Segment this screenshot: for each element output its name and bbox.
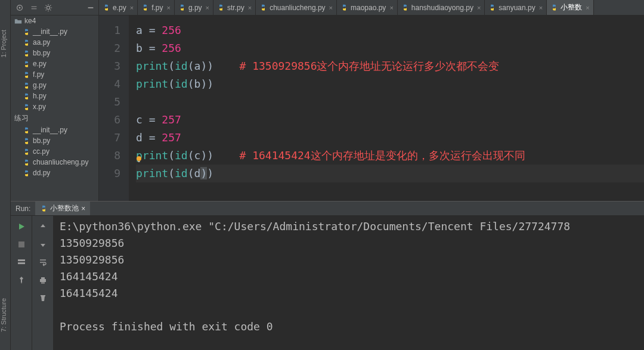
tree-file-item[interactable]: x.py [11, 101, 98, 112]
python-file-icon [23, 92, 30, 100]
close-icon[interactable]: × [477, 4, 481, 11]
line-number: 3 [99, 57, 120, 75]
layout-icon[interactable] [17, 258, 26, 267]
tree-file-item[interactable]: bb.py [11, 48, 98, 58]
pin-icon[interactable] [17, 275, 26, 285]
code-editor[interactable]: 123456789 a = 256 b = 256 print(id(a)) #… [99, 16, 644, 201]
close-icon[interactable]: × [206, 4, 209, 11]
tree-folder[interactable]: 练习 [11, 112, 98, 125]
close-icon[interactable]: × [329, 4, 333, 11]
top-toolbar-row: e.py×f.py×g.py×str.py×chuanliucheng.py×m… [11, 0, 644, 16]
tree-file-item[interactable]: chuanliucheng.py [11, 157, 98, 168]
run-config-label: 小整数池 [50, 203, 79, 213]
python-file-icon [141, 4, 149, 11]
svg-rect-11 [41, 282, 45, 284]
clear-icon[interactable] [38, 293, 48, 303]
tree-folder[interactable]: ke4 [11, 16, 98, 26]
python-file-icon [23, 148, 30, 156]
tab-label: str.py [227, 4, 244, 12]
tree-file-label: bb.py [33, 49, 50, 57]
intention-bulb-icon[interactable] [135, 151, 143, 159]
editor-tab[interactable]: f.py× [138, 0, 175, 15]
tab-label: maopao.py [351, 4, 386, 12]
console-line: 164145424 [60, 268, 644, 285]
tree-file-label: e.py [33, 60, 47, 68]
project-tree-toolbar [11, 0, 99, 15]
tab-label: e.py [113, 4, 126, 12]
console-line: 1350929856 [60, 235, 644, 252]
tree-file-item[interactable]: e.py [11, 58, 98, 69]
console-line [60, 302, 644, 318]
select-opened-file-icon[interactable] [16, 4, 24, 12]
tree-file-label: bb.py [33, 137, 50, 145]
console-line: 164145424 [60, 285, 644, 302]
print-icon[interactable] [38, 275, 48, 285]
tree-file-item[interactable]: dd.py [11, 168, 98, 178]
project-tree[interactable]: ke4 __init__.pyaa.pybb.pye.pyf.pyg.pyh.p… [11, 16, 99, 201]
console-line: 1350929856 [60, 252, 644, 268]
line-number: 7 [99, 129, 120, 147]
svg-rect-12 [41, 295, 45, 296]
tree-file-item[interactable]: f.py [11, 69, 98, 80]
close-icon[interactable]: × [166, 4, 170, 11]
project-tab-vertical[interactable]: 1: Project [0, 30, 7, 57]
close-icon[interactable]: × [81, 205, 85, 213]
python-file-icon [23, 126, 30, 134]
tab-label: g.py [188, 4, 202, 12]
tree-file-item[interactable]: aa.py [11, 37, 98, 48]
rerun-icon[interactable] [17, 222, 26, 231]
tree-file-item[interactable]: g.py [11, 80, 98, 91]
editor-tab[interactable]: sanyuan.py× [485, 0, 547, 15]
tree-file-label: g.py [33, 81, 47, 89]
console-output[interactable]: E:\python36\python.exe "C:/Users/Adminis… [54, 216, 644, 350]
python-file-icon [23, 103, 30, 111]
tree-file-item[interactable]: h.py [11, 91, 98, 101]
hide-icon[interactable] [86, 4, 95, 12]
structure-tab-vertical[interactable]: 7: Structure [0, 298, 7, 332]
tree-file-label: x.py [33, 103, 46, 111]
console-line: Process finished with exit code 0 [60, 318, 644, 335]
code-line: print(id(c)) # 164145424这个内存地址是变化的，多次运行会… [136, 147, 644, 165]
code-line: c = 257 [136, 111, 644, 129]
up-icon[interactable] [38, 222, 48, 231]
tree-file-item[interactable]: cc.py [11, 146, 98, 157]
close-icon[interactable]: × [248, 4, 252, 11]
line-number: 8 [99, 147, 120, 165]
editor-tab[interactable]: str.py× [213, 0, 256, 15]
code-line [136, 93, 644, 111]
stop-icon[interactable] [17, 240, 26, 249]
run-config-tab[interactable]: 小整数池 × [35, 202, 90, 215]
editor-tab[interactable]: chuanliucheng.py× [256, 0, 337, 15]
tree-file-item[interactable]: bb.py [11, 135, 98, 146]
python-file-icon [23, 60, 30, 68]
line-number: 4 [99, 75, 120, 93]
down-icon[interactable] [38, 240, 48, 249]
svg-point-2 [47, 6, 49, 9]
editor-tab[interactable]: e.py× [99, 0, 138, 15]
tree-file-label: __init__.py [33, 126, 67, 134]
code-line: print(id(d)) [136, 165, 644, 182]
code-area[interactable]: a = 256 b = 256 print(id(a)) # 135092985… [129, 16, 644, 201]
close-icon[interactable]: × [130, 4, 134, 11]
editor-tab[interactable]: g.py× [175, 0, 213, 15]
collapse-all-icon[interactable] [30, 4, 38, 12]
svg-rect-9 [40, 279, 46, 282]
tab-label: hanshudiaoyong.py [411, 4, 473, 12]
close-icon[interactable]: × [539, 4, 543, 11]
svg-rect-6 [18, 241, 24, 247]
settings-gear-icon[interactable] [44, 4, 52, 12]
run-body: E:\python36\python.exe "C:/Users/Adminis… [11, 216, 644, 350]
close-icon[interactable]: × [586, 4, 589, 11]
tree-file-item[interactable]: __init__.py [11, 125, 98, 135]
tree-file-item[interactable]: __init__.py [11, 26, 98, 37]
editor-tab[interactable]: maopao.py× [337, 0, 398, 15]
run-header: Run: 小整数池 × [11, 202, 644, 216]
close-icon[interactable]: × [389, 4, 393, 11]
editor-tab[interactable]: hanshudiaoyong.py× [398, 0, 485, 15]
code-line: b = 256 [136, 39, 644, 57]
editor-tab[interactable]: 小整数× [547, 0, 593, 15]
soft-wrap-icon[interactable] [38, 258, 48, 267]
line-number: 5 [99, 93, 120, 111]
python-file-icon [23, 82, 30, 89]
svg-rect-8 [18, 262, 25, 264]
